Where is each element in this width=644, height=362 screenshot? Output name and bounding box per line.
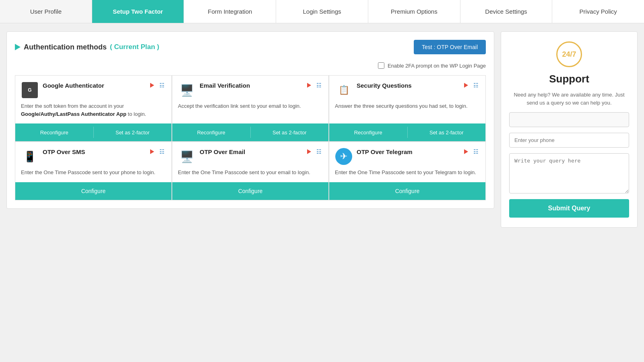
otp-telegram-title-row: OTP Over Telegram ☷ bbox=[357, 148, 480, 156]
security-questions-icons: ☷ bbox=[462, 81, 480, 89]
support-name-input[interactable] bbox=[509, 112, 629, 127]
security-questions-desc: Answer the three security questions you … bbox=[335, 102, 480, 110]
otp-telegram-header: ✈ OTP Over Telegram ☷ bbox=[335, 148, 480, 165]
otp-email-card: 🖥️ OTP Over Email ☷ En bbox=[172, 142, 329, 200]
email-verify-card: 🖥️ Email Verification ☷ bbox=[172, 75, 329, 142]
email-verify-doc-icon[interactable]: ☷ bbox=[315, 81, 323, 89]
security-play-icon[interactable] bbox=[462, 81, 470, 89]
otp-sms-title-area: OTP Over SMS ☷ bbox=[43, 148, 166, 156]
google-auth-footer: Reconfigure Set as 2-factor bbox=[15, 123, 171, 141]
support-panel: 24/7 Support Need any help? We are avail… bbox=[501, 31, 638, 228]
telegram-icon: ✈ bbox=[335, 148, 352, 165]
security-questions-title-area: Security Questions ☷ bbox=[357, 81, 480, 89]
tab-setup-two-factor[interactable]: Setup Two Factor bbox=[92, 0, 184, 23]
enable-2fa-checkbox[interactable] bbox=[378, 62, 384, 69]
security-doc-icon[interactable]: ☷ bbox=[472, 81, 480, 89]
otp-telegram-desc: Enter the One Time Passcode sent to your… bbox=[335, 169, 480, 177]
nav-tabs: User Profile Setup Two Factor Form Integ… bbox=[0, 0, 644, 23]
google-logo: G bbox=[22, 82, 38, 98]
google-auth-icon: G bbox=[21, 81, 39, 99]
otp-email-play-icon[interactable] bbox=[305, 148, 313, 156]
otp-email-title-area: OTP Over Email ☷ bbox=[200, 148, 323, 156]
security-icon: 📋 bbox=[339, 85, 349, 95]
otp-sms-footer: Configure bbox=[15, 182, 171, 200]
tab-login-settings[interactable]: Login Settings bbox=[276, 0, 368, 23]
submit-query-button[interactable]: Submit Query bbox=[509, 199, 629, 218]
main-layout: Authentication methods ( Current Plan ) … bbox=[0, 23, 644, 236]
otp-telegram-configure-btn[interactable]: Configure bbox=[329, 182, 485, 200]
otp-telegram-card: ✈ OTP Over Telegram ☷ E bbox=[329, 142, 486, 200]
email-verify-title-area: Email Verification ☷ bbox=[200, 81, 323, 89]
email-verify-icons: ☷ bbox=[305, 81, 323, 89]
security-questions-card: 📋 Security Questions ☷ bbox=[329, 75, 486, 142]
google-auth-title-area: Google Authenticator ☷ bbox=[43, 81, 166, 89]
auth-title: Authentication methods ( Current Plan ) bbox=[15, 43, 159, 51]
email-verify-set2factor-btn[interactable]: Set as 2-factor bbox=[251, 123, 329, 141]
otp-telegram-title-area: OTP Over Telegram ☷ bbox=[357, 148, 480, 156]
email-verify-play-icon[interactable] bbox=[305, 81, 313, 89]
top-cards-grid: G Google Authenticator ☷ bbox=[15, 75, 486, 200]
security-set2factor-btn[interactable]: Set as 2-factor bbox=[408, 123, 486, 141]
security-reconfigure-btn[interactable]: Reconfigure bbox=[329, 123, 407, 141]
support-247-badge: 24/7 bbox=[556, 41, 582, 67]
otp-sms-title: OTP Over SMS bbox=[43, 148, 85, 155]
otp-email-title-row: OTP Over Email ☷ bbox=[200, 148, 323, 156]
email-verify-title: Email Verification bbox=[200, 82, 250, 89]
left-panel: Authentication methods ( Current Plan ) … bbox=[6, 31, 494, 209]
otp-telegram-doc-icon[interactable]: ☷ bbox=[472, 148, 480, 156]
otp-sms-play-icon[interactable] bbox=[148, 148, 156, 156]
google-auth-icons: ☷ bbox=[148, 81, 166, 89]
enable-2fa-row: Enable 2FA prompt on the WP Login Page bbox=[15, 62, 486, 69]
email-verify-title-row: Email Verification ☷ bbox=[200, 81, 323, 89]
play-triangle-icon bbox=[15, 44, 21, 50]
security-questions-title: Security Questions bbox=[357, 82, 412, 89]
otp-telegram-icon: ✈ bbox=[335, 148, 353, 165]
otp-email-header: 🖥️ OTP Over Email ☷ bbox=[178, 148, 323, 165]
otp-email-body: 🖥️ OTP Over Email ☷ En bbox=[172, 142, 328, 182]
support-query-textarea[interactable] bbox=[509, 153, 629, 193]
otp-sms-title-row: OTP Over SMS ☷ bbox=[43, 148, 166, 156]
otp-email-configure-btn[interactable]: Configure bbox=[172, 182, 328, 200]
otp-sms-configure-btn[interactable]: Configure bbox=[15, 182, 171, 200]
otp-email-doc-icon[interactable]: ☷ bbox=[315, 148, 323, 156]
security-questions-footer: Reconfigure Set as 2-factor bbox=[329, 123, 485, 141]
email-verify-desc: Accept the verification link sent to you… bbox=[178, 102, 323, 110]
email-verify-footer: Reconfigure Set as 2-factor bbox=[172, 123, 328, 141]
google-auth-play-icon[interactable] bbox=[148, 81, 156, 89]
otp-email-monitor-icon: 🖥️ bbox=[180, 150, 194, 163]
auth-header: Authentication methods ( Current Plan ) … bbox=[15, 40, 486, 54]
google-auth-reconfigure-btn[interactable]: Reconfigure bbox=[15, 123, 93, 141]
otp-sms-desc: Enter the One Time Passcode sent to your… bbox=[21, 169, 166, 177]
otp-telegram-icons: ☷ bbox=[462, 148, 480, 156]
email-verify-reconfigure-btn[interactable]: Reconfigure bbox=[172, 123, 250, 141]
google-auth-desc: Enter the soft token from the account in… bbox=[21, 102, 166, 118]
tab-user-profile[interactable]: User Profile bbox=[0, 0, 92, 23]
support-phone-input[interactable] bbox=[509, 133, 629, 148]
tab-form-integration[interactable]: Form Integration bbox=[184, 0, 276, 23]
tab-premium-options[interactable]: Premium Options bbox=[368, 0, 460, 23]
otp-sms-header: 📱 OTP Over SMS ☷ bbox=[21, 148, 166, 165]
security-questions-icon: 📋 bbox=[335, 81, 353, 99]
otp-telegram-play-icon[interactable] bbox=[462, 148, 470, 156]
test-otp-button[interactable]: Test : OTP Over Email bbox=[414, 40, 486, 54]
otp-sms-icon: 📱 bbox=[21, 148, 39, 165]
otp-email-icon: 🖥️ bbox=[178, 148, 196, 165]
support-description: Need any help? We are available any time… bbox=[509, 91, 629, 107]
google-auth-set2factor-btn[interactable]: Set as 2-factor bbox=[94, 123, 172, 141]
google-auth-title: Google Authenticator bbox=[43, 82, 104, 89]
email-verify-icon: 🖥️ bbox=[178, 81, 196, 99]
otp-email-title: OTP Over Email bbox=[200, 148, 245, 155]
security-questions-title-row: Security Questions ☷ bbox=[357, 81, 480, 89]
tab-device-settings[interactable]: Device Settings bbox=[460, 0, 553, 23]
enable-2fa-label: Enable 2FA prompt on the WP Login Page bbox=[388, 63, 486, 69]
auth-title-text: Authentication methods bbox=[24, 43, 107, 51]
sms-icon: 📱 bbox=[23, 150, 36, 163]
otp-telegram-title: OTP Over Telegram bbox=[357, 148, 413, 155]
otp-sms-doc-icon[interactable]: ☷ bbox=[158, 148, 166, 156]
security-questions-header: 📋 Security Questions ☷ bbox=[335, 81, 480, 99]
google-auth-card: G Google Authenticator ☷ bbox=[15, 75, 172, 142]
otp-email-desc: Enter the One Time Passcode sent to your… bbox=[178, 169, 323, 177]
tab-privacy-policy[interactable]: Privacy Policy bbox=[552, 0, 644, 23]
current-plan-label: ( Current Plan ) bbox=[110, 43, 159, 51]
google-auth-doc-icon[interactable]: ☷ bbox=[158, 81, 166, 89]
